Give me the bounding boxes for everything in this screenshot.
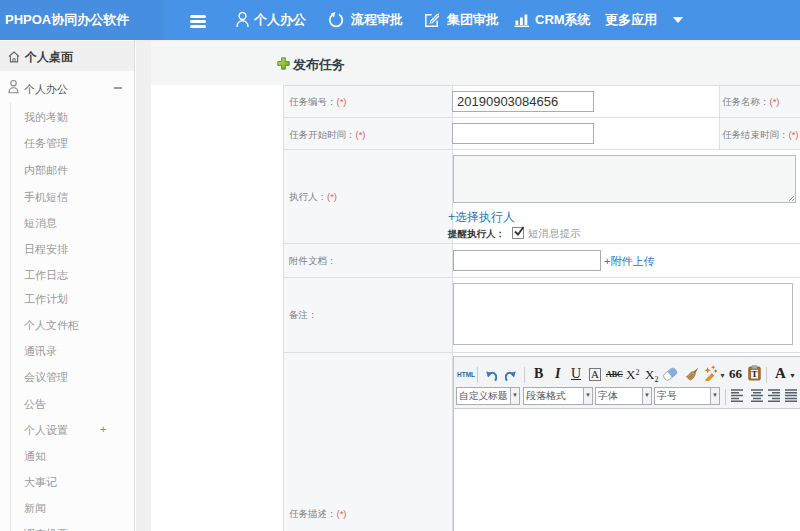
svg-text:T: T xyxy=(751,369,757,379)
